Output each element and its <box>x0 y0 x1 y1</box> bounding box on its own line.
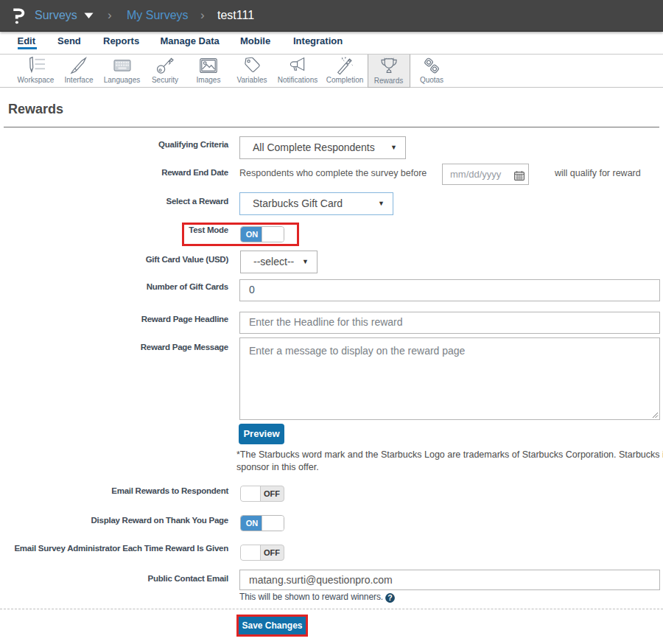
svg-text:?: ? <box>387 593 392 602</box>
